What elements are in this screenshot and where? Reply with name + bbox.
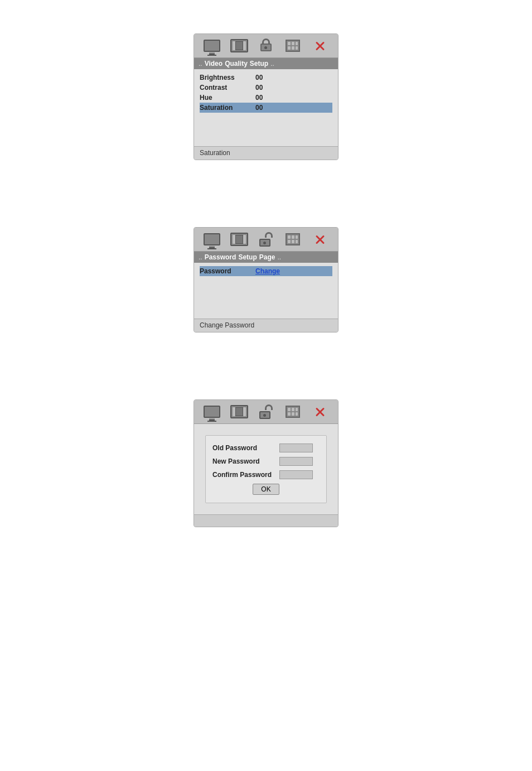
contrast-row[interactable]: Contrast 00 [200,83,332,93]
nav-quality[interactable]: Quality [225,60,248,68]
film-icon[interactable] [229,37,249,54]
status-bar-1: Saturation [194,146,338,160]
nav-back-1[interactable]: .. [199,60,202,68]
status-text-1: Saturation [200,149,230,157]
saturation-row[interactable]: Saturation 00 [200,103,332,113]
brightness-row[interactable]: Brightness 00 [200,73,332,83]
toolbar-1 [194,34,338,58]
lock-open-icon[interactable] [256,231,276,248]
close-icon-3[interactable] [310,403,330,420]
monitor-icon-2[interactable] [202,231,222,248]
old-password-label: Old Password [212,444,279,452]
hue-row[interactable]: Hue 00 [200,93,332,103]
nav-video[interactable]: Video [205,60,223,68]
nav-bar-1: .. Video Quality Setup .. [194,58,338,69]
status-text-2: Change Password [200,321,254,329]
nav-setup-1[interactable]: Setup [250,60,268,68]
grid-icon-2[interactable] [283,231,303,248]
video-quality-panel: .. Video Quality Setup .. Brightness 00 … [194,33,338,160]
monitor-icon-3[interactable] [202,403,222,420]
film-icon-2[interactable] [229,231,249,248]
nav-setup-2[interactable]: Setup [238,253,257,261]
grid-icon[interactable] [283,37,303,54]
monitor-icon[interactable] [202,37,222,54]
password-setup-content: Password Change [194,263,338,319]
nav-forward-1[interactable]: .. [270,60,274,68]
confirm-password-row: Confirm Password [212,470,320,479]
change-password-panel: Old Password New Password Confirm Passwo… [194,399,338,527]
confirm-password-label: Confirm Password [212,471,279,479]
change-password-dialog: Old Password New Password Confirm Passwo… [205,435,327,503]
grid-icon-3[interactable] [283,403,303,420]
status-bar-2: Change Password [194,319,338,332]
nav-bar-2: .. Password Setup Page .. [194,252,338,263]
film-icon-3[interactable] [229,403,249,420]
ok-row: OK [212,484,320,495]
dialog-outer: Old Password New Password Confirm Passwo… [194,424,338,514]
nav-forward-2[interactable]: .. [277,253,281,261]
confirm-password-input[interactable] [279,470,313,479]
close-icon-2[interactable] [310,231,330,248]
old-password-row: Old Password [212,444,320,452]
nav-back-2[interactable]: .. [199,253,202,261]
new-password-row: New Password [212,457,320,466]
ok-button[interactable]: OK [253,484,279,495]
old-password-input[interactable] [279,444,313,452]
password-change-row[interactable]: Password Change [200,266,332,276]
toolbar-2 [194,228,338,252]
new-password-label: New Password [212,457,279,465]
video-quality-content: Brightness 00 Contrast 00 Hue 00 Saturat… [194,69,338,146]
close-icon[interactable] [310,37,330,54]
nav-password[interactable]: Password [205,253,236,261]
lock-open-icon-3[interactable] [256,403,276,420]
nav-page[interactable]: Page [259,253,275,261]
password-setup-panel: .. Password Setup Page .. Password Chang… [194,227,338,333]
lock-closed-icon[interactable] [256,37,276,54]
new-password-input[interactable] [279,457,313,466]
toolbar-3 [194,400,338,424]
status-bar-3 [194,514,338,527]
